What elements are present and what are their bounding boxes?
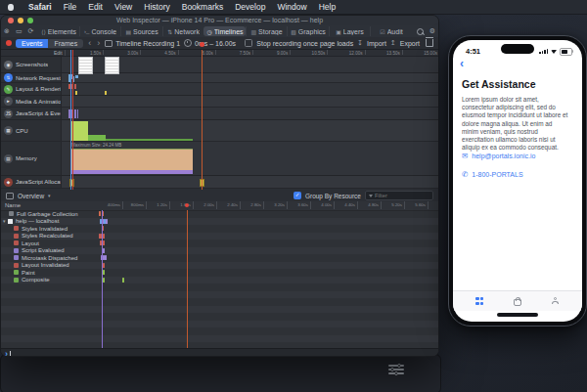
tab-account-person-icon[interactable] [552, 297, 560, 305]
apple-menu-icon[interactable] [8, 4, 14, 11]
screenshot-thumbnail[interactable] [105, 57, 119, 74]
filter-field[interactable] [365, 191, 433, 200]
trash-icon[interactable] [426, 39, 433, 47]
window-titlebar: Web Inspector — iPhone 14 Pro — Ecommerc… [1, 16, 438, 25]
menu-item-bookmarks[interactable]: Bookmarks [176, 2, 230, 12]
export-button[interactable]: Export [400, 40, 420, 47]
tab-console[interactable]: ›_Console [79, 26, 120, 36]
menu-item-edit[interactable]: Edit [82, 2, 109, 12]
table-current-time-dot [185, 203, 189, 207]
events-tab[interactable]: Events [16, 39, 48, 48]
search-icon[interactable] [417, 28, 424, 35]
phone-link[interactable]: ✆ 1-800-PORTALS [462, 170, 523, 179]
track-sidebar-cpu[interactable]: ▦CPU [1, 120, 62, 141]
table-row[interactable] [1, 298, 438, 306]
recording-selector[interactable]: Timeline Recording 1 [105, 40, 180, 47]
menu-item-safari[interactable]: Safari [23, 2, 58, 12]
forward-arrow[interactable]: › [96, 39, 101, 48]
table-ruler-label: 3.60s [287, 202, 308, 207]
filter-input[interactable] [375, 193, 429, 198]
tab-audit[interactable]: ☑Audit [370, 26, 411, 36]
ruler-tick-label: 1.50s [75, 51, 101, 56]
overview-icon [6, 193, 14, 199]
email-link[interactable]: ✉ help@portals.ionic.io [462, 152, 535, 160]
import-button[interactable]: Import [367, 40, 386, 47]
event-bar [73, 76, 74, 82]
menu-item-window[interactable]: Window [271, 2, 312, 12]
menu-item-help[interactable]: Help [313, 2, 341, 12]
table-row[interactable] [1, 335, 438, 343]
tab-layers[interactable]: ▣Layers [329, 26, 370, 36]
track-sidebar-memory[interactable]: ▤Memory [1, 142, 62, 175]
device-icon[interactable]: ▭ [13, 27, 25, 35]
ruler-edit-button[interactable]: Edit [52, 50, 66, 56]
table-ruler-label: 5.60s [404, 202, 426, 207]
reload-icon[interactable]: ⟳ [25, 27, 37, 35]
table-row[interactable]: Full Garbage Collection [1, 210, 438, 218]
ruler-tick-label: 7.50s [225, 51, 250, 56]
table-row[interactable]: Layout Invalidated [1, 262, 438, 270]
close-inspector-icon[interactable]: ⊗ [1, 27, 13, 35]
table-row[interactable]: Script Evaluated [1, 247, 438, 255]
clock-icon [184, 39, 192, 47]
timeline-ruler[interactable]: Edit 1.50s3.00s4.50s6.00s7.50s9.00s10.50… [1, 50, 438, 57]
track-sidebar-alloc[interactable]: ◆JavaScript Allocations [1, 176, 62, 188]
event-mark [99, 211, 101, 216]
console-prompt-bar[interactable]: › [1, 348, 438, 357]
home-indicator[interactable] [497, 313, 538, 317]
tab-sources[interactable]: ▤Sources [120, 26, 161, 36]
track-label: JavaScript & Events [16, 110, 61, 116]
menu-item-file[interactable]: File [58, 2, 83, 12]
tab-icon-audit: ☑ [380, 28, 384, 35]
back-chevron-button[interactable]: ‹ [460, 58, 464, 69]
table-row[interactable]: Composite [1, 277, 438, 284]
stop-recording-checkbox[interactable] [245, 39, 252, 47]
table-row[interactable]: Layout [1, 240, 438, 247]
name-column-header[interactable]: Name [5, 202, 21, 208]
table-row[interactable]: Paint [1, 269, 438, 277]
table-row[interactable] [1, 321, 438, 328]
events-table[interactable]: Full Garbage Collection▾help — localhost… [1, 210, 438, 348]
wifi-icon [551, 50, 558, 55]
table-row[interactable]: Styles Recalculated [1, 233, 438, 240]
track-label: Network Requests [16, 75, 61, 81]
record-button[interactable] [6, 40, 12, 46]
overview-dropdown[interactable]: Overview [18, 193, 44, 199]
tab-shop-bag-icon[interactable] [514, 299, 521, 306]
table-row[interactable]: Microtask Dispatched [1, 254, 438, 262]
tab-home-grid-icon[interactable] [475, 297, 483, 305]
table-row[interactable] [1, 306, 438, 314]
track-sidebar-layout[interactable]: ✎Layout & Rendering [1, 83, 62, 95]
menu-item-develop[interactable]: Develop [229, 2, 271, 12]
back-arrow[interactable]: ‹ [87, 39, 92, 48]
tab-storage[interactable]: ▥Storage [246, 26, 287, 36]
table-row[interactable] [1, 313, 438, 321]
table-ruler-label: 800ms [122, 202, 144, 207]
menu-item-view[interactable]: View [109, 2, 138, 12]
text-caret [10, 351, 11, 357]
table-row[interactable]: ▾help — localhost [1, 218, 438, 226]
tab-network[interactable]: ⇅Network [162, 26, 203, 36]
group-by-resource-checkbox[interactable] [294, 192, 301, 199]
table-row[interactable] [1, 327, 438, 335]
stop-recording-label[interactable]: Stop recording once page loads [256, 40, 353, 47]
table-row[interactable] [1, 291, 438, 299]
track-sidebar-network[interactable]: ⇅Network Requests [1, 73, 62, 82]
screenshot-thumbnail[interactable] [78, 57, 93, 74]
tab-elements[interactable]: ⟨⟩Elements [38, 26, 78, 36]
tab-graphics[interactable]: ▧Graphics [287, 26, 328, 36]
frames-tab[interactable]: Frames [48, 39, 83, 48]
background-window[interactable] [0, 354, 441, 392]
track-sidebar-media[interactable]: ►Media & Animations [1, 96, 62, 107]
tab-timelines[interactable]: ◷Timelines [203, 26, 245, 36]
table-row[interactable]: Styles Invalidated [1, 225, 438, 233]
gear-icon[interactable]: ⚙ [427, 27, 438, 35]
track-sidebar-jsevents[interactable]: JSJavaScript & Events [1, 108, 62, 119]
table-ruler-label: 3.20s [263, 202, 285, 207]
filter-sliders-icon[interactable] [388, 365, 404, 376]
group-by-resource-label[interactable]: Group By Resource [305, 193, 361, 199]
timeline-graphs[interactable]: ◉Screenshots⇅Network Requests✎Layout & R… [1, 57, 438, 190]
table-row[interactable] [1, 283, 438, 291]
menu-item-history[interactable]: History [138, 2, 175, 12]
track-sidebar-screenshots[interactable]: ◉Screenshots [1, 57, 62, 72]
